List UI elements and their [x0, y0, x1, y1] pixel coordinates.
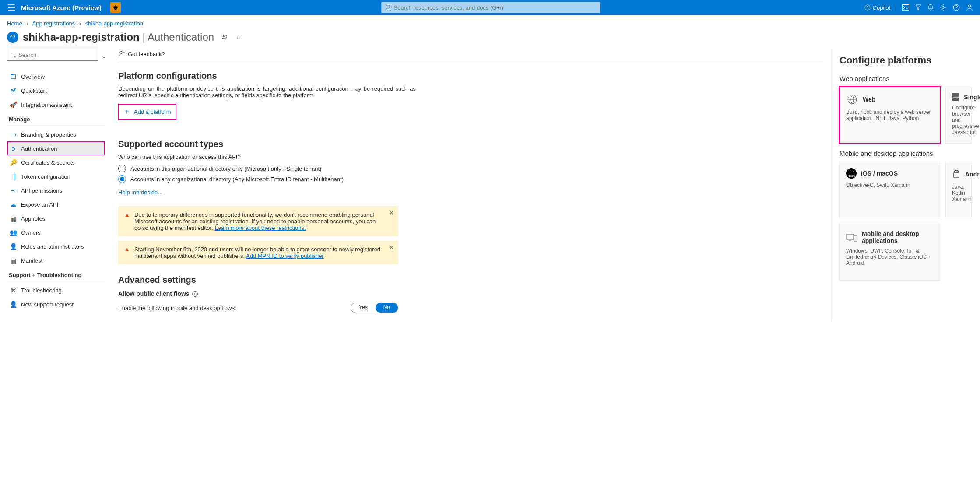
copilot-icon	[864, 4, 871, 11]
plus-icon: ＋	[123, 107, 130, 116]
global-search[interactable]	[381, 2, 600, 13]
sidebar-item-label: Branding & properties	[21, 131, 76, 138]
sidebar-item-app-roles[interactable]: ▦App roles	[7, 211, 105, 225]
sidebar-search-input[interactable]	[16, 52, 95, 58]
sidebar-item-authentication[interactable]: ➲Authentication	[7, 141, 105, 155]
www-icon: www	[952, 93, 959, 101]
nav-icon: ▦	[10, 215, 17, 222]
platform-card-web[interactable]: Web Build, host, and deploy a web server…	[839, 87, 940, 144]
panel-section-web: Web applications	[839, 75, 980, 82]
platform-config-desc: Depending on the platform or device this…	[118, 85, 416, 98]
svg-point-12	[957, 172, 958, 172]
notifications-bell-icon[interactable]	[927, 4, 934, 11]
sidebar-item-label: Quickstart	[21, 88, 47, 94]
alert-mpn-publisher: ▲ Starting November 9th, 2020 end users …	[118, 241, 398, 264]
toggle-yes[interactable]: Yes	[351, 303, 376, 313]
breadcrumb-app-registrations[interactable]: App registrations	[32, 20, 75, 27]
sidebar-item-label: New support request	[21, 301, 74, 308]
breadcrumb-current[interactable]: shikha-app-registration	[85, 20, 143, 27]
platform-card-spa[interactable]: www Single Configure browser and progres…	[945, 87, 972, 144]
sidebar-item-token-configuration[interactable]: ∥∥Token configuration	[7, 169, 105, 183]
public-flows-toggle[interactable]: Yes No	[351, 303, 398, 313]
sidebar-item-label: Roles and administrators	[21, 243, 84, 250]
platform-card-desktop[interactable]: Mobile and desktop applications Windows,…	[839, 224, 940, 281]
sidebar-search[interactable]	[7, 49, 98, 61]
collapse-sidebar-icon[interactable]: «	[102, 54, 105, 59]
sidebar-section-support: Support + Troubleshooting	[7, 267, 105, 281]
nav-icon: 🗔	[10, 73, 17, 80]
brand-title: Microsoft Azure (Preview)	[19, 4, 107, 11]
nav-icon: 👥	[10, 229, 17, 236]
page-title: shikha-app-registration | Authentication	[23, 31, 214, 43]
sidebar-item-certificates-secrets[interactable]: 🔑Certificates & secrets	[7, 155, 105, 169]
radio-icon	[118, 165, 126, 172]
learn-restrictions-link[interactable]: Learn more about these restrictions.	[214, 225, 306, 231]
enable-flows-label: Enable the following mobile and desktop …	[118, 305, 236, 311]
sidebar-item-label: Troubleshooting	[21, 287, 62, 294]
sidebar-item-manifest[interactable]: ▤Manifest	[7, 253, 105, 267]
close-icon[interactable]: ✕	[389, 210, 394, 216]
feedback-person-icon[interactable]	[966, 4, 973, 11]
svg-rect-14	[854, 236, 857, 241]
nav-icon: ⊸	[10, 187, 17, 194]
platform-card-android[interactable]: Android Java, Kotlin, Xamarin	[945, 162, 972, 218]
advanced-settings-heading: Advanced settings	[118, 275, 822, 285]
app-icon	[7, 32, 18, 43]
sidebar-item-roles-and-administrators[interactable]: 👤Roles and administrators	[7, 239, 105, 253]
allow-public-flows-label: Allow public client flows i	[118, 290, 822, 297]
breadcrumb: Home › App registrations › shikha-app-re…	[0, 15, 980, 28]
sidebar-item-new-support-request[interactable]: 👤New support request	[7, 297, 105, 311]
sidebar-item-label: Token configuration	[21, 173, 70, 180]
cloud-shell-icon[interactable]	[902, 4, 909, 11]
pin-icon[interactable]	[222, 34, 228, 41]
warning-icon: ▲	[124, 211, 130, 231]
sidebar-item-label: Authentication	[21, 145, 57, 152]
warning-icon: ▲	[124, 246, 130, 259]
radio-multi-tenant[interactable]: Accounts in any organizational directory…	[118, 175, 822, 183]
info-icon[interactable]: i	[192, 291, 198, 297]
sidebar-item-owners[interactable]: 👥Owners	[7, 225, 105, 239]
radio-single-tenant[interactable]: Accounts in this organizational director…	[118, 165, 822, 172]
svg-point-6	[956, 9, 956, 9]
got-feedback-button[interactable]: Got feedback?	[118, 50, 165, 57]
svg-rect-3	[903, 5, 909, 11]
sidebar-item-integration-assistant[interactable]: 🚀Integration assistant	[7, 98, 105, 112]
toggle-no[interactable]: No	[376, 303, 398, 313]
add-platform-button[interactable]: ＋ Add a platform	[118, 104, 176, 120]
sidebar-item-branding-properties[interactable]: ▭Branding & properties	[7, 127, 105, 141]
copilot-button[interactable]: Copilot	[864, 4, 896, 11]
platform-card-ios[interactable]: iOSmac iOS / macOS Objective-C, Swift, X…	[839, 162, 940, 218]
sidebar-item-label: Overview	[21, 74, 45, 80]
svg-point-2	[865, 5, 870, 10]
preview-bug-icon[interactable]	[110, 2, 121, 13]
platform-config-heading: Platform configurations	[118, 71, 822, 81]
nav-icon: 🚀	[10, 101, 17, 108]
sidebar-item-label: Certificates & secrets	[21, 159, 75, 166]
help-icon[interactable]	[953, 4, 960, 11]
more-icon[interactable]: ···	[234, 34, 242, 41]
sidebar-item-api-permissions[interactable]: ⊸API permissions	[7, 183, 105, 197]
add-mpn-link[interactable]: Add MPN ID to verify publisher	[246, 253, 324, 259]
settings-gear-icon[interactable]	[940, 4, 947, 11]
sidebar-item-troubleshooting[interactable]: 🛠Troubleshooting	[7, 283, 105, 297]
nav-icon: ▤	[10, 257, 17, 264]
sidebar-item-quickstart[interactable]: 🗲Quickstart	[7, 84, 105, 98]
breadcrumb-home[interactable]: Home	[7, 20, 22, 27]
radio-icon	[118, 175, 126, 183]
configure-platforms-panel: Configure platforms Web applications Web…	[831, 49, 980, 322]
nav-icon: ☁	[10, 201, 17, 208]
sidebar-item-label: API permissions	[21, 187, 62, 194]
global-search-input[interactable]	[391, 4, 596, 11]
sidebar-item-expose-an-api[interactable]: ☁Expose an API	[7, 197, 105, 211]
sidebar-item-overview[interactable]: 🗔Overview	[7, 70, 105, 84]
notifications-filter-icon[interactable]	[915, 4, 921, 11]
close-icon[interactable]: ✕	[389, 244, 394, 251]
nav-icon: ∥∥	[10, 173, 17, 180]
svg-point-9	[119, 51, 122, 54]
sidebar-section-manage: Manage	[7, 112, 105, 126]
svg-point-1	[386, 5, 390, 9]
content-area: Got feedback? Platform configurations De…	[109, 49, 831, 322]
hamburger-icon[interactable]	[4, 4, 19, 11]
help-me-decide-link[interactable]: Help me decide...	[118, 189, 162, 196]
nav-icon: 🔑	[10, 159, 17, 166]
